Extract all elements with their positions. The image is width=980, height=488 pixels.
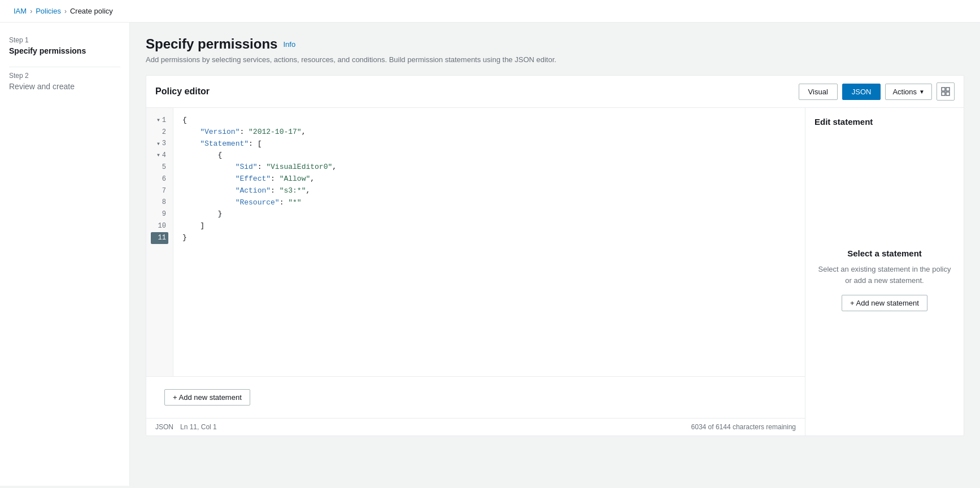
select-statement-desc: Select an existing statement in the poli… (815, 264, 955, 286)
svg-rect-1 (946, 88, 949, 91)
sidebar-divider (9, 67, 120, 67)
fold-arrow-3: ▼ (157, 141, 160, 148)
json-button[interactable]: JSON (842, 84, 881, 100)
line-num-8: 8 (151, 197, 168, 209)
editor-header: Policy editor Visual JSON Actions ▼ (146, 76, 964, 108)
editor-title: Policy editor (155, 86, 210, 97)
step2-label: Step 2 (9, 72, 120, 80)
add-statement-bottom-button[interactable]: + Add new statement (164, 389, 250, 406)
line-num-2: 2 (151, 127, 168, 138)
line-num-9: 9 (151, 208, 168, 220)
breadcrumb-policies[interactable]: Policies (36, 7, 61, 15)
select-statement-section: Select a statement Select an existing st… (815, 133, 955, 426)
editor-controls: Visual JSON Actions ▼ (799, 82, 955, 101)
actions-chevron-icon: ▼ (919, 89, 925, 95)
editor-footer: JSON Ln 11, Col 1 6034 of 6144 character… (146, 418, 805, 435)
line-num-3: ▼ 3 (151, 138, 168, 150)
svg-rect-2 (942, 92, 945, 95)
policy-editor-card: Policy editor Visual JSON Actions ▼ (146, 75, 964, 436)
breadcrumb-sep1: › (30, 7, 32, 15)
sidebar: Step 1 Specify permissions Step 2 Review… (0, 23, 130, 486)
line-numbers: ▼ 1 2 ▼ 3 ▼ 4 5 (146, 108, 173, 376)
footer-position: Ln 11, Col 1 (180, 423, 217, 431)
footer-mode: JSON (155, 423, 173, 431)
page-header: Specify permissions Info (146, 36, 964, 52)
main-content: Specify permissions Info Add permissions… (130, 23, 980, 486)
visual-button[interactable]: Visual (799, 84, 838, 100)
fold-arrow-1: ▼ (157, 117, 160, 124)
page-description: Add permissions by selecting services, a… (146, 55, 964, 64)
line-num-6: 6 (151, 173, 168, 185)
actions-button[interactable]: Actions ▼ (885, 84, 932, 100)
breadcrumb-iam[interactable]: IAM (14, 7, 27, 15)
editor-body: ▼ 1 2 ▼ 3 ▼ 4 5 (146, 108, 964, 435)
footer-left: JSON Ln 11, Col 1 (155, 423, 217, 431)
add-statement-right-button[interactable]: + Add new statement (842, 295, 927, 311)
editor-toggle-icon[interactable] (937, 82, 955, 101)
breadcrumb: IAM › Policies › Create policy (0, 0, 980, 23)
line-num-7: 7 (151, 185, 168, 197)
line-num-11: 11 (151, 232, 168, 244)
fold-arrow-4: ▼ (157, 152, 160, 159)
code-container[interactable]: ▼ 1 2 ▼ 3 ▼ 4 5 (146, 108, 805, 376)
step1-title: Specify permissions (9, 46, 120, 55)
right-panel: Edit statement Select a statement Select… (805, 108, 964, 435)
code-content[interactable]: { "Version": "2012-10-17", "Statement": … (173, 108, 805, 376)
sidebar-step2: Step 2 Review and create (9, 72, 120, 91)
footer-chars: 6034 of 6144 characters remaining (691, 423, 796, 431)
line-num-5: 5 (151, 162, 168, 173)
line-num-4: ▼ 4 (151, 150, 168, 162)
info-link[interactable]: Info (283, 40, 295, 49)
code-area: ▼ 1 2 ▼ 3 ▼ 4 5 (146, 108, 805, 435)
breadcrumb-current: Create policy (70, 7, 113, 15)
line-num-1: ▼ 1 (151, 115, 168, 127)
actions-label: Actions (892, 88, 917, 96)
right-panel-title: Edit statement (815, 117, 955, 127)
line-num-10: 10 (151, 220, 168, 232)
breadcrumb-sep2: › (64, 7, 67, 15)
step2-title: Review and create (9, 82, 120, 91)
add-statement-bottom-container: + Add new statement (146, 376, 805, 418)
step1-label: Step 1 (9, 36, 120, 44)
svg-rect-3 (946, 92, 949, 95)
select-statement-heading: Select a statement (847, 249, 922, 258)
svg-rect-0 (942, 88, 945, 91)
page-title: Specify permissions (146, 36, 277, 52)
sidebar-step1: Step 1 Specify permissions (9, 36, 120, 55)
